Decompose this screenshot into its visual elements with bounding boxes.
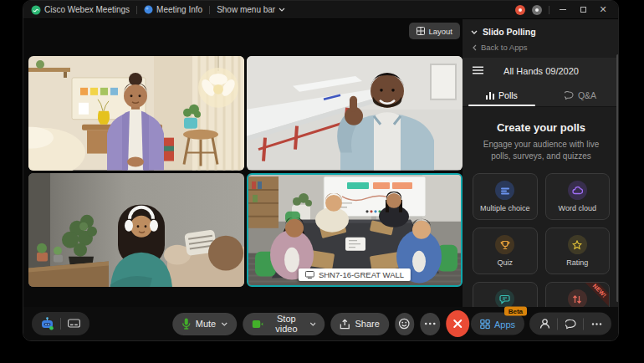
poll-type-grid: Multiple choice Word cloud (473, 173, 610, 329)
polls-heading: Create your polls (473, 121, 610, 134)
panel-controls: Apps Beta (471, 313, 611, 335)
session-title: All Hands 09/2020 (463, 66, 619, 76)
ellipsis-icon (591, 322, 602, 325)
titlebar: Cisco Webex Meetings Meeting Info Show m… (23, 1, 618, 19)
webex-logo-icon (31, 5, 41, 15)
video-tile-participant-1[interactable] (28, 56, 244, 171)
tab-polls[interactable]: Polls (463, 84, 541, 106)
layout-grid-icon (417, 27, 425, 35)
poll-type-quiz[interactable]: Quiz (473, 228, 538, 274)
video-grid: SHN7-16-GREAT WALL (28, 56, 463, 287)
share-icon (340, 319, 350, 330)
active-device-label: SHN7-16-GREAT WALL (299, 268, 411, 281)
panel-collapse-chevron-icon[interactable] (471, 30, 478, 34)
share-button[interactable]: Share (330, 313, 388, 335)
participants-icon (539, 319, 550, 330)
poll-type-word-cloud[interactable]: Word cloud (545, 173, 611, 220)
participant-2-video-illustration (247, 56, 463, 171)
rating-star-icon (568, 235, 587, 254)
video-camera-icon (252, 320, 263, 329)
meeting-info-button[interactable]: Meeting Info (144, 5, 202, 14)
assistant-robot-icon (40, 317, 54, 330)
closed-captions-button[interactable] (61, 314, 87, 334)
apps-grid-icon (480, 319, 490, 329)
participants-button[interactable] (532, 314, 557, 334)
beta-badge: Beta (504, 307, 527, 316)
assistant-caption-group (32, 312, 89, 335)
control-bar: Mute Stop video Sh (23, 307, 618, 340)
ranking-arrows-icon (568, 289, 587, 309)
panel-title: Slido Polling (483, 27, 536, 37)
panel-scrollbar[interactable] (616, 54, 619, 302)
qa-bubble-icon (565, 91, 574, 100)
webex-window: Cisco Webex Meetings Meeting Info Show m… (23, 0, 619, 341)
polls-bars-icon (486, 91, 494, 100)
microphone-icon (181, 318, 191, 330)
close-button[interactable]: ✕ (596, 4, 610, 16)
divider (549, 6, 549, 14)
chat-button[interactable] (558, 314, 583, 334)
show-menu-bar-toggle[interactable]: Show menu bar (217, 5, 285, 14)
closed-captions-icon (68, 319, 80, 329)
smiley-icon (399, 318, 411, 330)
tab-qa[interactable]: Q&A (541, 84, 619, 106)
video-stage: Layout (23, 19, 463, 307)
layout-button[interactable]: Layout (409, 23, 460, 39)
word-cloud-icon (568, 181, 587, 200)
more-panels-button[interactable] (584, 314, 609, 334)
webex-assistant-button[interactable] (34, 314, 60, 334)
slido-panel: Slido Polling Back to Apps All Hands 09/… (463, 19, 619, 307)
poll-type-rating[interactable]: Rating (545, 228, 611, 274)
more-options-button[interactable] (421, 313, 441, 335)
mute-button[interactable]: Mute (172, 313, 237, 335)
chevron-down-icon (310, 322, 316, 326)
participant-3-video-illustration (28, 173, 244, 288)
app-title: Cisco Webex Meetings (31, 5, 130, 15)
back-to-apps-link[interactable]: Back to Apps (463, 39, 619, 58)
maximize-button[interactable] (576, 4, 590, 16)
call-controls: Mute Stop video Sh (172, 310, 470, 337)
apps-button[interactable]: Apps (471, 313, 524, 335)
multiple-choice-icon (495, 181, 514, 200)
video-tile-participant-2[interactable] (247, 56, 463, 171)
chevron-down-icon (279, 8, 285, 12)
minimize-button[interactable] (556, 4, 570, 16)
divider (209, 6, 210, 14)
divider (136, 6, 137, 14)
connection-indicator[interactable] (532, 5, 542, 15)
poll-type-multiple-choice[interactable]: Multiple choice (473, 173, 538, 220)
camera-device-icon (305, 271, 314, 279)
menu-hamburger-icon[interactable] (473, 66, 483, 74)
stop-video-button[interactable]: Stop video (243, 313, 325, 335)
quiz-trophy-icon (495, 235, 514, 254)
recording-indicator[interactable] (515, 5, 525, 15)
close-x-icon (452, 319, 463, 329)
session-card: All Hands 09/2020 Polls Q&A (463, 58, 619, 107)
chevron-down-icon (221, 322, 227, 326)
participant-1-video-illustration (28, 56, 244, 171)
video-tile-conference-room[interactable]: SHN7-16-GREAT WALL (247, 173, 463, 288)
meeting-info-icon (144, 5, 153, 14)
ellipsis-icon (424, 322, 436, 325)
video-tile-participant-3[interactable] (28, 173, 244, 288)
leave-meeting-button[interactable] (446, 310, 469, 337)
chevron-left-icon (473, 44, 477, 51)
sidebar-toggle-group (529, 313, 611, 335)
chat-bubble-icon (565, 319, 576, 329)
polls-subheading: Engage your audience with live polls, su… (478, 139, 605, 162)
reactions-button[interactable] (395, 313, 415, 335)
